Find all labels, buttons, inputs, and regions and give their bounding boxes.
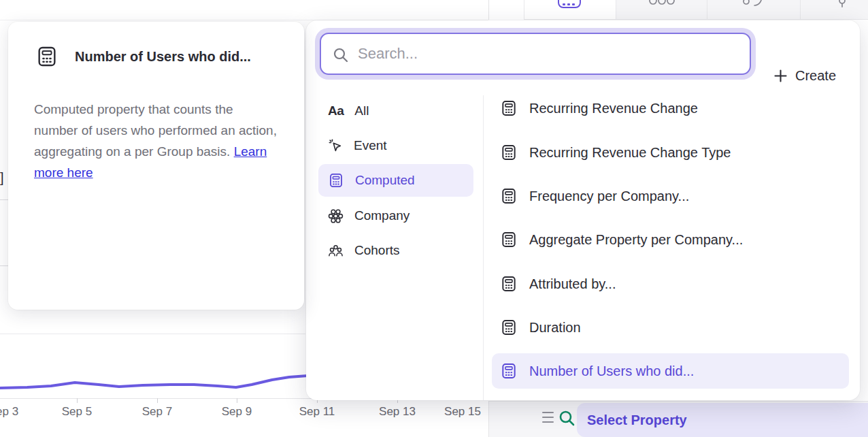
list-divider — [483, 95, 484, 400]
tooltip-description-line: aggregating on a per Group basis. Learn — [34, 141, 287, 162]
category-label: All — [354, 103, 369, 118]
drag-handle-icon[interactable] — [542, 412, 554, 423]
cohorts-people-icon — [328, 243, 344, 259]
tooltip-description-line: number of users who performed an action, — [34, 120, 287, 141]
category-item-cohorts[interactable]: Cohorts — [318, 234, 473, 267]
category-item-computed[interactable]: Computed — [318, 164, 473, 197]
calculator-icon — [500, 99, 518, 117]
category-item-all[interactable]: Aa All — [318, 95, 473, 127]
calculator-icon — [500, 362, 518, 380]
line-chart — [0, 371, 307, 400]
property-row[interactable]: Duration — [492, 310, 849, 345]
tab-pin-icon[interactable] — [837, 0, 847, 20]
property-picker-dropdown: Create Aa All Event — [306, 20, 860, 400]
tab-computed-icon — [558, 0, 581, 8]
tooltip-description-line: more here — [34, 162, 287, 183]
calculator-icon — [500, 319, 518, 336]
category-item-company[interactable]: Company — [318, 199, 473, 232]
event-sparkle-cursor-icon — [328, 138, 343, 153]
learn-more-link[interactable]: Learn — [234, 144, 267, 159]
clipped-background-text: ] — [0, 170, 4, 186]
property-label: Frequency per Company... — [529, 189, 689, 204]
calculator-icon — [500, 187, 518, 205]
x-axis-label: Sep 11 — [293, 405, 341, 419]
property-label: Recurring Revenue Change — [529, 101, 698, 116]
x-axis-label: Sep 13 — [373, 405, 421, 419]
property-tooltip-card: Number of Users who did... Computed prop… — [8, 22, 304, 310]
category-label: Company — [354, 208, 410, 223]
calculator-icon — [500, 231, 518, 248]
tab-company-icon[interactable] — [648, 0, 675, 20]
x-axis-label: Sep 7 — [133, 405, 181, 419]
x-axis-tick — [237, 398, 237, 403]
property-row[interactable]: Recurring Revenue Change — [492, 91, 849, 126]
plus-icon — [774, 69, 787, 82]
property-label: Duration — [529, 320, 581, 336]
x-axis-label: Sep 9 — [213, 405, 261, 419]
calculator-icon — [500, 144, 518, 161]
create-button-label: Create — [795, 68, 836, 84]
property-label: Aggregate Property per Company... — [529, 232, 743, 248]
property-row[interactable]: Attributed by... — [492, 266, 849, 302]
x-axis-tick — [77, 398, 78, 403]
background-row-edge-2 — [0, 265, 8, 266]
search-field — [320, 33, 751, 75]
select-property-label: Select Property — [587, 412, 687, 428]
x-axis-label: Sep 5 — [53, 405, 101, 419]
x-axis-label: Sep 3 — [0, 405, 27, 419]
x-axis-label: Sep 15 — [439, 405, 486, 419]
property-search-icon[interactable] — [558, 409, 576, 427]
background-row-edge-1 — [0, 199, 8, 200]
panel-divider-bottom — [488, 401, 489, 437]
property-row[interactable]: Recurring Revenue Change Type — [492, 135, 849, 170]
property-label: Number of Users who did... — [529, 363, 694, 379]
search-icon — [332, 46, 350, 64]
tab-divider — [707, 0, 707, 20]
chart-card-top-edge — [0, 334, 305, 334]
panel-divider-top — [488, 0, 489, 20]
chart-series-line — [0, 376, 307, 388]
tab-divider — [800, 0, 801, 20]
category-label: Cohorts — [354, 243, 400, 258]
search-input[interactable] — [321, 34, 750, 74]
property-label: Attributed by... — [529, 276, 616, 292]
property-row[interactable]: Frequency per Company... — [492, 178, 849, 214]
app-canvas: ] Sep 3 Sep 5 Sep 7 Sep 9 Sep 11 Sep 13 … — [0, 0, 868, 437]
calculator-icon — [328, 172, 344, 189]
property-type-tabbar — [524, 0, 868, 20]
property-label: Recurring Revenue Change Type — [529, 145, 731, 161]
tab-computed[interactable] — [524, 0, 616, 20]
create-button[interactable]: Create — [774, 64, 836, 87]
tooltip-description-line: Computed property that counts the — [34, 99, 287, 120]
tooltip-description: Computed property that counts the number… — [34, 99, 287, 183]
text-aa-icon: Aa — [328, 103, 344, 118]
calculator-icon — [35, 45, 59, 68]
category-item-event[interactable]: Event — [318, 129, 473, 162]
select-property-field[interactable]: Select Property — [577, 403, 868, 437]
category-label: Event — [354, 138, 387, 153]
tooltip-title: Number of Users who did... — [75, 49, 251, 65]
tab-history-icon[interactable] — [741, 0, 765, 20]
property-row[interactable]: Aggregate Property per Company... — [492, 222, 849, 257]
calculator-icon — [500, 275, 518, 293]
property-row-selected[interactable]: Number of Users who did... — [492, 353, 849, 389]
learn-more-link[interactable]: more here — [34, 165, 93, 180]
category-label: Computed — [355, 173, 415, 188]
x-axis-tick — [157, 398, 158, 403]
company-cluster-icon — [328, 208, 344, 224]
